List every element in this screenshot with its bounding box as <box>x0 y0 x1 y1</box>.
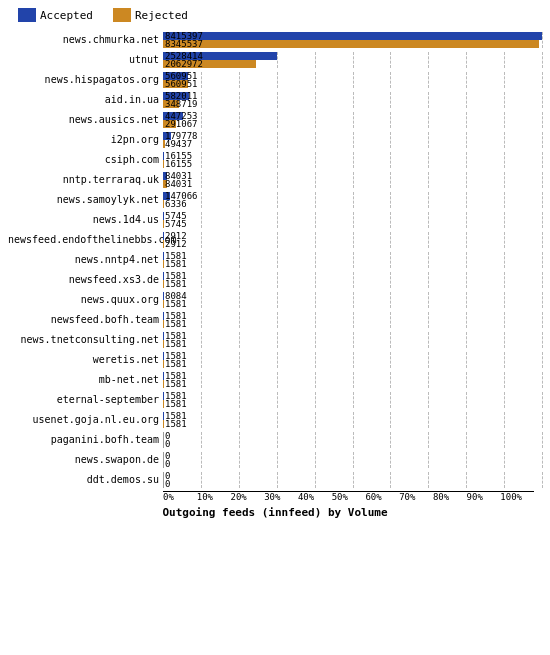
grid-line <box>542 412 543 428</box>
rejected-bar: 84031 <box>163 180 167 188</box>
table-row: eternal-september15811581 <box>8 390 542 409</box>
bars-wrapper: 25284142062972 <box>163 52 542 68</box>
rejected-value-label: 291067 <box>165 119 198 129</box>
row-label: utnut <box>8 54 163 65</box>
chart-title: Outgoing feeds (innfeed) by Volume <box>8 506 542 519</box>
rejected-bar: 1581 <box>163 420 164 428</box>
grid-line <box>542 212 543 228</box>
row-label: news.samoylyk.net <box>8 194 163 205</box>
rejected-value-label: 2062972 <box>165 59 203 69</box>
bars-wrapper: 447253291067 <box>163 112 542 128</box>
x-axis-labels: 0%10%20%30%40%50%60%70%80%90%100% <box>163 492 534 502</box>
bar-pair: 15811581 <box>163 392 542 408</box>
row-label: news.hispagatos.org <box>8 74 163 85</box>
bars-wrapper: 582011348719 <box>163 92 542 108</box>
grid-line <box>542 392 543 408</box>
accepted-label: Accepted <box>40 9 93 22</box>
table-row: utnut25284142062972 <box>8 50 542 69</box>
row-label: news.nntp4.net <box>8 254 163 265</box>
bars-wrapper: 80841581 <box>163 292 542 308</box>
accepted-bar: 1581 <box>163 352 164 360</box>
bars-wrapper: 1615516155 <box>163 152 542 168</box>
rejected-bar: 560951 <box>163 80 188 88</box>
rejected-bar: 1581 <box>163 320 164 328</box>
rejected-bar: 1581 <box>163 380 164 388</box>
bars-wrapper: 15811581 <box>163 352 542 368</box>
accepted-bar: 8415397 <box>163 32 542 40</box>
grid-line <box>542 432 543 448</box>
table-row: news.quux.org80841581 <box>8 290 542 309</box>
accepted-color-box <box>18 8 36 22</box>
chart-container: Accepted Rejected news.chmurka.net841539… <box>0 0 550 655</box>
accepted-bar: 16155 <box>163 152 164 160</box>
table-row: nntp.terraraq.uk8403184031 <box>8 170 542 189</box>
row-label: ddt.demos.su <box>8 474 163 485</box>
bars-wrapper: 1470666336 <box>163 192 542 208</box>
bars-wrapper: 15811581 <box>163 412 542 428</box>
accepted-bar: 1581 <box>163 312 164 320</box>
bars-wrapper: 29122912 <box>163 232 542 248</box>
legend: Accepted Rejected <box>8 8 542 22</box>
row-label: paganini.bofh.team <box>8 434 163 445</box>
bar-pair: 00 <box>163 432 542 448</box>
rejected-value-label: 1581 <box>165 319 187 329</box>
row-label: weretis.net <box>8 354 163 365</box>
x-axis-label: 0% <box>163 492 197 502</box>
table-row: newsfeed.endofthelinebbs.com29122912 <box>8 230 542 249</box>
row-label: nntp.terraraq.uk <box>8 174 163 185</box>
row-label: news.quux.org <box>8 294 163 305</box>
row-label: news.1d4.us <box>8 214 163 225</box>
x-axis-label: 50% <box>332 492 366 502</box>
table-row: usenet.goja.nl.eu.org15811581 <box>8 410 542 429</box>
rejected-value-label: 84031 <box>165 179 192 189</box>
grid-line <box>542 352 543 368</box>
x-axis-label: 20% <box>230 492 264 502</box>
bar-pair: 582011348719 <box>163 92 542 108</box>
grid-line <box>542 332 543 348</box>
grid-line <box>542 372 543 388</box>
rejected-bar: 291067 <box>163 120 176 128</box>
x-axis-label: 70% <box>399 492 433 502</box>
rejected-bar: 2912 <box>163 240 164 248</box>
bar-pair: 15811581 <box>163 372 542 388</box>
table-row: newsfeed.xs3.de15811581 <box>8 270 542 289</box>
x-axis-label: 90% <box>467 492 501 502</box>
table-row: paganini.bofh.team00 <box>8 430 542 449</box>
bar-pair: 447253291067 <box>163 112 542 128</box>
bar-pair: 57455745 <box>163 212 542 228</box>
bar-pair: 8403184031 <box>163 172 542 188</box>
rejected-value-label: 1581 <box>165 399 187 409</box>
table-row: news.ausics.net447253291067 <box>8 110 542 129</box>
bars-wrapper: 84153978345537 <box>163 32 542 48</box>
rejected-value-label: 1581 <box>165 259 187 269</box>
bar-pair: 15811581 <box>163 252 542 268</box>
table-row: ddt.demos.su00 <box>8 470 542 489</box>
x-axis-label: 10% <box>197 492 231 502</box>
bars-wrapper: 00 <box>163 472 542 488</box>
rejected-value-label: 560951 <box>165 79 198 89</box>
table-row: aid.in.ua582011348719 <box>8 90 542 109</box>
grid-line <box>542 232 543 248</box>
rejected-bar: 1581 <box>163 280 164 288</box>
rejected-value-label: 1581 <box>165 359 187 369</box>
grid-line <box>542 112 543 128</box>
bars-wrapper: 8403184031 <box>163 172 542 188</box>
row-label: usenet.goja.nl.eu.org <box>8 414 163 425</box>
accepted-bar: 1581 <box>163 332 164 340</box>
bars-wrapper: 17977849437 <box>163 132 542 148</box>
grid-line <box>542 192 543 208</box>
bar-pair: 80841581 <box>163 292 542 308</box>
table-row: csiph.com1615516155 <box>8 150 542 169</box>
grid-line <box>542 152 543 168</box>
table-row: weretis.net15811581 <box>8 350 542 369</box>
rejected-bar: 6336 <box>163 200 164 208</box>
grid-line <box>542 312 543 328</box>
x-axis-label: 80% <box>433 492 467 502</box>
table-row: i2pn.org17977849437 <box>8 130 542 149</box>
row-label: newsfeed.bofh.team <box>8 314 163 325</box>
rejected-value-label: 49437 <box>165 139 192 149</box>
rejected-value-label: 2912 <box>165 239 187 249</box>
grid-line <box>542 172 543 188</box>
accepted-bar: 2912 <box>163 232 164 240</box>
accepted-bar: 1581 <box>163 252 164 260</box>
